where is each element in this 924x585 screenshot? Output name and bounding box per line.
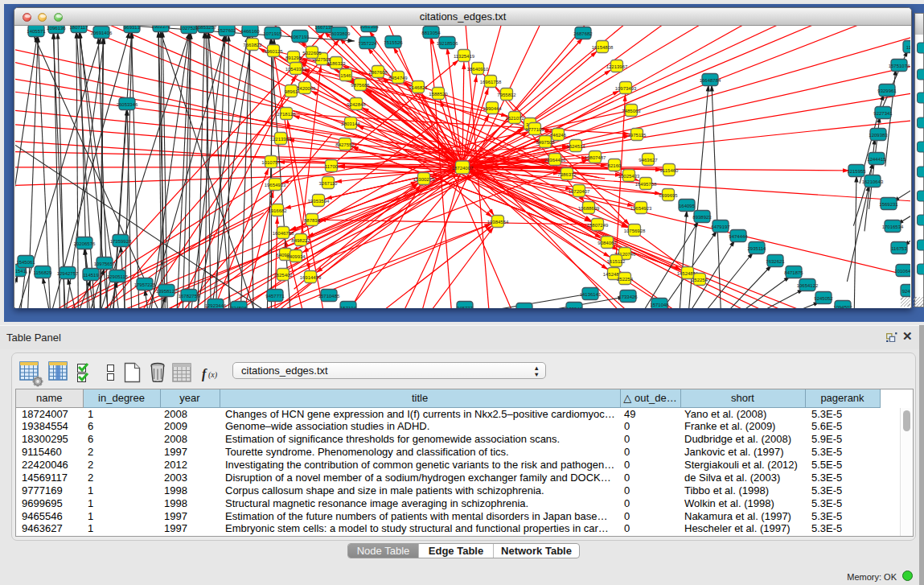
svg-text:8813054: 8813054: [421, 31, 441, 35]
svg-text:9084067: 9084067: [598, 241, 617, 245]
svg-text:10853257: 10853257: [195, 26, 217, 30]
svg-text:10807487: 10807487: [585, 155, 606, 160]
svg-text:1244415: 1244415: [867, 157, 886, 162]
svg-text:9242848: 9242848: [347, 102, 366, 107]
svg-text:12942757: 12942757: [57, 271, 79, 276]
svg-text:1975115: 1975115: [628, 133, 647, 138]
svg-text:16033809: 16033809: [329, 31, 351, 36]
svg-text:10543362: 10543362: [285, 67, 307, 72]
svg-text:1067191: 1067191: [290, 35, 310, 39]
svg-text:10756928: 10756928: [624, 229, 646, 233]
svg-text:19218506: 19218506: [437, 41, 458, 46]
svg-text:746246: 746246: [550, 133, 567, 138]
svg-text:8938923: 8938923: [692, 215, 712, 220]
svg-text:12905115: 12905115: [107, 274, 129, 279]
svg-text:8498222: 8498222: [291, 238, 310, 243]
svg-text:92450: 92450: [902, 289, 910, 294]
svg-text:891295: 891295: [285, 56, 302, 60]
svg-text:2096136: 2096136: [47, 26, 66, 31]
svg-text:19654923: 19654923: [630, 206, 652, 211]
svg-text:157104: 157104: [340, 306, 357, 309]
svg-text:1051355: 1051355: [359, 26, 379, 29]
svg-text:16046798: 16046798: [273, 231, 294, 236]
svg-text:8471875: 8471875: [784, 270, 803, 275]
svg-text:9245052: 9245052: [814, 296, 833, 301]
svg-text:391541: 391541: [15, 269, 27, 274]
svg-text:18640910: 18640910: [467, 67, 489, 72]
svg-text:252254: 252254: [617, 277, 634, 282]
svg-text:1571048: 1571048: [650, 303, 669, 307]
svg-text:1624514: 1624514: [566, 144, 585, 149]
svg-text:1545061: 1545061: [16, 260, 35, 265]
svg-text:1615112: 1615112: [607, 259, 626, 264]
svg-text:7625402: 7625402: [273, 273, 293, 278]
svg-text:15710485: 15710485: [318, 294, 340, 299]
svg-text:1990444: 1990444: [483, 106, 502, 111]
svg-text:7632621: 7632621: [766, 259, 785, 264]
svg-text:7663822: 7663822: [243, 43, 262, 47]
svg-text:16154808: 16154808: [592, 45, 614, 50]
svg-text:1010645: 1010645: [894, 269, 910, 274]
svg-text:9463627: 9463627: [639, 158, 658, 163]
svg-text:7515526: 7515526: [384, 40, 403, 45]
svg-text:12213369: 12213369: [270, 137, 292, 142]
svg-text:1621072: 1621072: [505, 116, 524, 121]
svg-text:5322605: 5322605: [302, 51, 322, 56]
svg-text:17016534: 17016534: [882, 225, 904, 229]
svg-text:8454749: 8454749: [388, 76, 408, 80]
svg-text:17359928: 17359928: [110, 239, 132, 244]
svg-text:(x): (x): [208, 370, 218, 380]
svg-text:2803144: 2803144: [341, 122, 360, 126]
svg-text:9115460: 9115460: [660, 168, 680, 173]
svg-text:12213967: 12213967: [606, 64, 628, 69]
svg-text:26053346: 26053346: [117, 102, 138, 107]
svg-text:6699695: 6699695: [659, 193, 678, 198]
svg-text:18807249: 18807249: [587, 223, 609, 228]
svg-text:98961: 98961: [285, 89, 298, 94]
svg-text:12923446: 12923446: [205, 303, 227, 308]
svg-text:2935114: 2935114: [748, 246, 767, 251]
svg-text:887834: 887834: [304, 218, 321, 223]
svg-text:252254: 252254: [692, 278, 708, 282]
svg-text:11700: 11700: [325, 164, 339, 169]
svg-text:1094502: 1094502: [833, 305, 852, 309]
svg-text:1916682: 1916682: [268, 208, 287, 213]
svg-text:2687682: 2687682: [573, 31, 593, 36]
svg-text:15300275: 15300275: [413, 177, 435, 182]
svg-text:131236: 131236: [516, 307, 533, 309]
svg-text:9875685: 9875685: [351, 83, 370, 88]
svg-text:1405571: 1405571: [27, 29, 46, 34]
svg-text:1527602: 1527602: [217, 28, 236, 33]
svg-text:924506: 924506: [231, 306, 248, 309]
svg-text:2718126: 2718126: [277, 112, 296, 117]
svg-text:164095: 164095: [679, 204, 696, 208]
svg-text:8960125: 8960125: [264, 49, 283, 54]
svg-text:9146821: 9146821: [409, 85, 428, 90]
svg-text:114519: 114519: [83, 273, 99, 278]
svg-text:7485063: 7485063: [622, 109, 641, 113]
svg-text:1569231: 1569231: [879, 202, 898, 207]
svg-text:116753: 116753: [891, 246, 907, 251]
svg-text:19384554: 19384554: [487, 220, 509, 225]
svg-text:6466160: 6466160: [240, 29, 260, 34]
svg-text:9457771: 9457771: [265, 294, 285, 299]
svg-text:10025433: 10025433: [618, 174, 640, 179]
svg-text:6409934: 6409934: [286, 254, 306, 259]
svg-text:16914479: 16914479: [300, 275, 322, 280]
svg-text:1112: 1112: [906, 45, 910, 50]
svg-text:6497508: 6497508: [536, 140, 555, 145]
svg-text:969313: 969313: [124, 26, 141, 30]
svg-text:9777109: 9777109: [525, 127, 544, 132]
svg-text:18724007: 18724007: [452, 166, 474, 171]
svg-text:1071915: 1071915: [263, 31, 282, 36]
svg-text:16782759: 16782759: [179, 294, 200, 299]
svg-text:1546: 1546: [340, 73, 351, 78]
svg-text:1903379: 1903379: [151, 26, 170, 29]
svg-text:7386372: 7386372: [557, 172, 577, 177]
svg-text:7955812: 7955812: [497, 93, 516, 97]
svg-text:14136141: 14136141: [580, 292, 602, 297]
svg-text:9227341: 9227341: [873, 111, 893, 116]
svg-text:13958127: 13958127: [156, 289, 178, 294]
svg-text:3215955: 3215955: [847, 169, 866, 174]
svg-text:20691406: 20691406: [91, 31, 113, 35]
